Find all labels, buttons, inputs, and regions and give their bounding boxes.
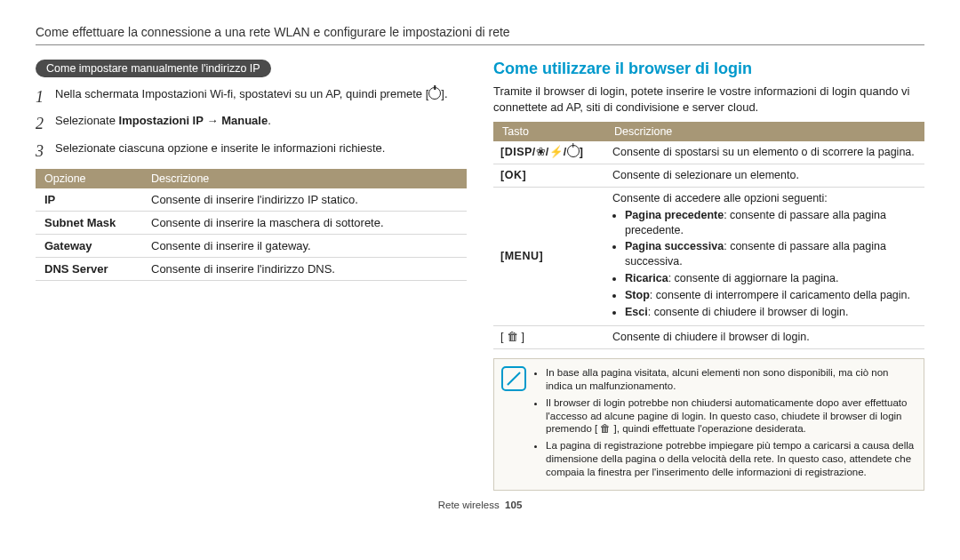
key-desc: Consente di chiudere il browser di login… xyxy=(605,325,924,348)
table-header-row: Opzione Descrizione xyxy=(36,169,467,188)
opt-name: Stop xyxy=(625,289,650,301)
key-cell: [OK] xyxy=(493,164,605,187)
step-1: 1 Nella schermata Impostazioni Wi-fi, sp… xyxy=(36,86,467,108)
note-icon xyxy=(501,366,526,391)
opt-key: Gateway xyxy=(36,234,142,257)
step-text-end: . xyxy=(268,114,271,127)
key-desc: Consente di selezionare un elemento. xyxy=(605,164,924,187)
table-row: [OK] Consente di selezionare un elemento… xyxy=(493,164,924,187)
right-column: Come utilizzare il browser di login Tram… xyxy=(493,60,924,491)
opt-name: Pagina precedente xyxy=(625,209,724,221)
bracket-close: ] xyxy=(580,146,584,158)
self-timer-icon xyxy=(567,145,580,157)
opt-desc: Consente di inserire il gateway. xyxy=(142,234,467,257)
section-heading: Come utilizzare il browser di login xyxy=(493,60,924,78)
opt-name: Pagina successiva xyxy=(625,240,724,252)
table-row: DNS ServerConsente di inserire l'indiriz… xyxy=(36,257,467,280)
list-item: In base alla pagina visitata, alcuni ele… xyxy=(546,366,915,393)
step-number: 2 xyxy=(36,113,55,134)
step-text: Nella schermata Impostazioni Wi-fi, spos… xyxy=(55,87,428,100)
step-bold: Manuale xyxy=(221,114,268,127)
list-item: Pagina precedente: consente di passare a… xyxy=(625,208,917,238)
key-menu: [MENU] xyxy=(500,250,543,262)
trash-icon: 🗑 xyxy=(507,331,518,342)
opt-text: : consente di aggiornare la pagina. xyxy=(668,272,839,284)
step-body: Selezionate ciascuna opzione e inserite … xyxy=(55,140,467,162)
ip-options-table: Opzione Descrizione IPConsente di inseri… xyxy=(36,169,467,281)
opt-text: : consente di interrompere il caricament… xyxy=(650,289,910,301)
footer-section: Rete wireless xyxy=(438,500,500,510)
page-number: 105 xyxy=(505,500,522,510)
list-item: Ricarica: consente di aggiornare la pagi… xyxy=(625,271,917,286)
list-item: Stop: consente di interrompere il carica… xyxy=(625,288,917,303)
list-item: Esci: consente di chiudere il browser di… xyxy=(625,305,917,320)
section-intro: Tramite il browser di login, potete inse… xyxy=(493,84,924,115)
table-header-row: Tasto Descrizione xyxy=(493,122,924,141)
table-row: IPConsente di inserire l'indirizzo IP st… xyxy=(36,188,467,212)
info-note-box: In base alla pagina visitata, alcuni ele… xyxy=(493,358,924,492)
chapter-header: Come effettuare la connessione a una ret… xyxy=(36,25,924,45)
col-header-description: Descrizione xyxy=(142,169,467,188)
key-disp: [DISP/ xyxy=(500,146,536,158)
opt-key: DNS Server xyxy=(36,257,142,280)
step-3: 3 Selezionate ciascuna opzione e inserit… xyxy=(36,140,467,162)
step-2: 2 Selezionate Impostazioni IP → Manuale. xyxy=(36,113,467,134)
step-bold: Impostazioni IP xyxy=(119,114,204,127)
col-header-option: Opzione xyxy=(36,169,142,188)
step-arrow: → xyxy=(204,114,221,127)
key-desc: Consente di accedere alle opzioni seguen… xyxy=(605,187,924,325)
opt-desc: Consente di inserire l'indirizzo DNS. xyxy=(142,257,467,280)
opt-text: : consente di chiudere il browser di log… xyxy=(648,306,849,318)
left-column: Come impostare manualmente l'indirizzo I… xyxy=(36,60,467,491)
opt-name: Esci xyxy=(625,306,648,318)
step-number: 1 xyxy=(36,86,55,108)
opt-key: Subnet Mask xyxy=(36,211,142,234)
col-header-key: Tasto xyxy=(493,122,605,141)
note-list: In base alla pagina visitata, alcuni ele… xyxy=(533,366,915,480)
opt-desc: Consente di inserire l'indirizzo IP stat… xyxy=(142,188,467,212)
table-row: GatewayConsente di inserire il gateway. xyxy=(36,234,467,257)
table-row: [DISP/❀/⚡/] Consente di spostarsi su un … xyxy=(493,141,924,164)
menu-intro: Consente di accedere alle opzioni seguen… xyxy=(612,191,917,206)
col-header-description: Descrizione xyxy=(605,122,924,141)
keys-table: Tasto Descrizione [DISP/❀/⚡/] Consente d… xyxy=(493,122,924,349)
step-text-end: ]. xyxy=(441,87,447,100)
list-item: La pagina di registrazione potrebbe impi… xyxy=(546,439,915,479)
section-pill: Come impostare manualmente l'indirizzo I… xyxy=(36,60,271,77)
key-cell: [DISP/❀/⚡/] xyxy=(493,141,605,164)
two-column-layout: Come impostare manualmente l'indirizzo I… xyxy=(36,60,924,491)
opt-key: IP xyxy=(36,188,142,212)
table-row: [MENU] Consente di accedere alle opzioni… xyxy=(493,187,924,325)
list-item: Il browser di login potrebbe non chiuder… xyxy=(546,396,915,436)
key-cell: [MENU] xyxy=(493,187,605,325)
list-item: Pagina successiva: consente di passare a… xyxy=(625,239,917,269)
key-ok: [OK] xyxy=(500,169,526,181)
key-cell: [ 🗑 ] xyxy=(493,325,605,348)
table-row: [ 🗑 ] Consente di chiudere il browser di… xyxy=(493,325,924,348)
step-body: Nella schermata Impostazioni Wi-fi, spos… xyxy=(55,86,467,108)
flash-icon: ⚡ xyxy=(549,146,564,158)
opt-name: Ricarica xyxy=(625,272,668,284)
self-timer-icon xyxy=(428,87,441,100)
macro-icon: ❀ xyxy=(536,146,546,158)
key-desc: Consente di spostarsi su un elemento o d… xyxy=(605,141,924,164)
table-row: Subnet MaskConsente di inserire la masch… xyxy=(36,211,467,234)
step-number: 3 xyxy=(36,140,55,162)
opt-desc: Consente di inserire la maschera di sott… xyxy=(142,211,467,234)
page-footer: Rete wireless 105 xyxy=(36,500,924,510)
menu-options-list: Pagina precedente: consente di passare a… xyxy=(612,208,917,320)
step-text: Selezionate xyxy=(55,114,119,127)
step-body: Selezionate Impostazioni IP → Manuale. xyxy=(55,113,467,134)
